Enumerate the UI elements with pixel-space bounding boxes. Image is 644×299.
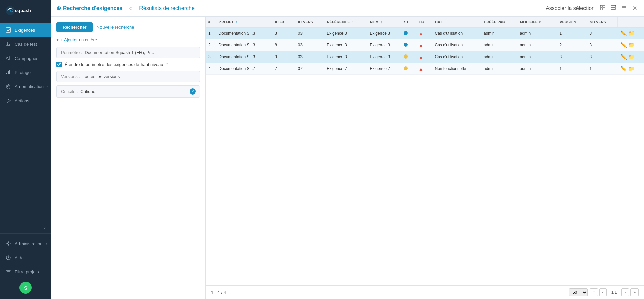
results-title: Résultats de recherche (139, 5, 195, 11)
flask-icon (5, 41, 11, 47)
list-view-button[interactable] (620, 4, 628, 13)
cell-row-actions: ✏️ 📁 (618, 27, 644, 39)
sidebar-item-administration[interactable]: Administration › (0, 236, 51, 251)
table-row[interactable]: 1 Documentation S...3 3 03 Exigence 3 Ex… (206, 27, 644, 39)
robot-icon (5, 83, 11, 89)
sidebar-item-aide[interactable]: Aide › (0, 251, 51, 265)
cell-cat: Cas d'utilisation (432, 39, 481, 51)
avatar-initials: S (24, 285, 27, 291)
cell-creee-par: admin (481, 39, 517, 51)
extend-checkbox[interactable] (56, 62, 62, 67)
sidebar-item-cas-de-test[interactable]: Cas de test (0, 37, 51, 51)
cell-projet: Documentation S...3 (216, 39, 272, 51)
chevron-right-icon: › (47, 85, 48, 88)
last-page-button[interactable]: » (630, 288, 639, 296)
cell-st (401, 27, 416, 39)
table-row[interactable]: 4 Documentation S...7 7 07 Exigence 7 Ex… (206, 63, 644, 75)
cell-cat: Cas d'utilisation (432, 27, 481, 39)
gear-icon (5, 240, 11, 247)
first-page-button[interactable]: « (590, 288, 598, 296)
question-icon (5, 255, 11, 261)
sidebar-item-campagnes[interactable]: Campagnes (0, 51, 51, 65)
cell-nom: Exigence 3 (367, 39, 401, 51)
cell-cr: ▲ (416, 51, 432, 63)
sidebar-item-automatisation[interactable]: Automatisation › (0, 79, 51, 94)
close-button[interactable]: ✕ (631, 3, 639, 13)
table-row[interactable]: 2 Documentation S...3 8 03 Exigence 3 Ex… (206, 39, 644, 51)
edit-icon[interactable]: ✏️ (620, 30, 627, 36)
next-page-button[interactable]: › (621, 288, 629, 296)
sidebar-item-actions[interactable]: Actions (0, 94, 51, 108)
svg-text:squash: squash (15, 8, 31, 13)
filter-icon (5, 269, 11, 275)
add-criteria-button[interactable]: + + Ajouter un critère (56, 37, 200, 42)
svg-rect-14 (600, 5, 602, 7)
svg-rect-4 (8, 71, 9, 74)
col-actions (618, 17, 644, 27)
svg-rect-15 (603, 5, 605, 7)
col-reference[interactable]: RÉFÉRENCE ↑ (324, 17, 367, 27)
avatar[interactable]: S (19, 282, 32, 294)
clear-criticite-button[interactable]: ✕ (190, 88, 196, 95)
table-footer: 1 - 4 / 4 50 10 25 100 « ‹ 1/1 › » (206, 285, 644, 299)
collapse-sidebar-button[interactable]: ‹ (0, 223, 51, 233)
sidebar-item-label: Campagnes (15, 56, 38, 61)
sidebar-item-pilotage[interactable]: Pilotage (0, 65, 51, 79)
sidebar-item-exigences[interactable]: Exigences (0, 23, 51, 37)
plus-icon: + (56, 37, 59, 42)
table-header-row: # PROJET ↑ ID EXI. ID VERS. RÉFÉRENCE ↑ … (206, 17, 644, 27)
cell-row-actions: ✏️ 📁 (618, 39, 644, 51)
sidebar-item-label: Automatisation (15, 84, 44, 89)
col-nom[interactable]: NOM ↑ (367, 17, 401, 27)
cell-nb-vers: 3 (587, 27, 618, 39)
pagination-info: 1 - 4 / 4 (211, 290, 226, 295)
header-left: ⊕ Recherche d'exigences « Résultats de r… (56, 5, 195, 12)
edit-icon[interactable]: ✏️ (620, 66, 627, 72)
megaphone-icon (5, 55, 11, 61)
grid-view-button[interactable] (599, 4, 607, 13)
rechercher-button[interactable]: Rechercher (56, 22, 93, 32)
cell-modifiee-p: admin (517, 63, 557, 75)
cell-creee-par: admin (481, 27, 517, 39)
cell-nom: Exigence 3 (367, 51, 401, 63)
cell-id-exi: 8 (272, 39, 295, 51)
associer-selection-button[interactable]: Associer la sélection (544, 4, 596, 13)
folder-icon[interactable]: 📁 (628, 30, 635, 36)
card-view-button[interactable] (609, 4, 617, 13)
logo[interactable]: squash (0, 0, 51, 23)
cell-modifiee-p: admin (517, 51, 557, 63)
per-page-selector: 50 10 25 100 « ‹ 1/1 › » (569, 288, 639, 296)
nouvelle-recherche-button[interactable]: Nouvelle recherche (97, 25, 134, 30)
pagination-controls: « ‹ 1/1 › » (590, 288, 639, 296)
cell-id-vers: 03 (295, 51, 324, 63)
per-page-select[interactable]: 50 10 25 100 (569, 288, 588, 296)
folder-icon[interactable]: 📁 (628, 66, 635, 72)
cell-cat: Cas d'utilisation (432, 51, 481, 63)
play-icon (5, 98, 11, 104)
edit-icon[interactable]: ✏️ (620, 54, 627, 60)
cell-version: 2 (557, 39, 587, 51)
edit-icon[interactable]: ✏️ (620, 42, 627, 48)
table-wrap: # PROJET ↑ ID EXI. ID VERS. RÉFÉRENCE ↑ … (206, 17, 644, 285)
sidebar-item-label: Filtre projets (15, 269, 39, 274)
criteria-perimetre: Périmètre : Documentation Squash 1 (FR),… (56, 47, 200, 58)
folder-icon[interactable]: 📁 (628, 54, 635, 60)
help-icon[interactable]: ? (166, 62, 168, 67)
folder-icon[interactable]: 📁 (628, 42, 635, 48)
header-divider: « (129, 5, 132, 12)
cell-version: 3 (557, 51, 587, 63)
cell-nb-vers: 3 (587, 51, 618, 63)
cell-reference: Exigence 3 (324, 27, 367, 39)
cell-num: 4 (206, 63, 216, 75)
col-projet[interactable]: PROJET ↑ (216, 17, 272, 27)
criteria-criticite: Criticité : Critique ✕ (56, 85, 200, 98)
cell-version: 1 (557, 27, 587, 39)
col-num: # (206, 17, 216, 27)
sidebar-item-filtre-projets[interactable]: Filtre projets › (0, 265, 51, 279)
table-row[interactable]: 3 Documentation S...3 9 03 Exigence 3 Ex… (206, 51, 644, 63)
left-panel: Rechercher Nouvelle recherche + + Ajoute… (51, 17, 206, 299)
cell-cr: ▲ (416, 27, 432, 39)
sidebar: squash Exigences Cas de test Campagnes (0, 0, 51, 299)
cell-version: 1 (557, 63, 587, 75)
prev-page-button[interactable]: ‹ (599, 288, 607, 296)
